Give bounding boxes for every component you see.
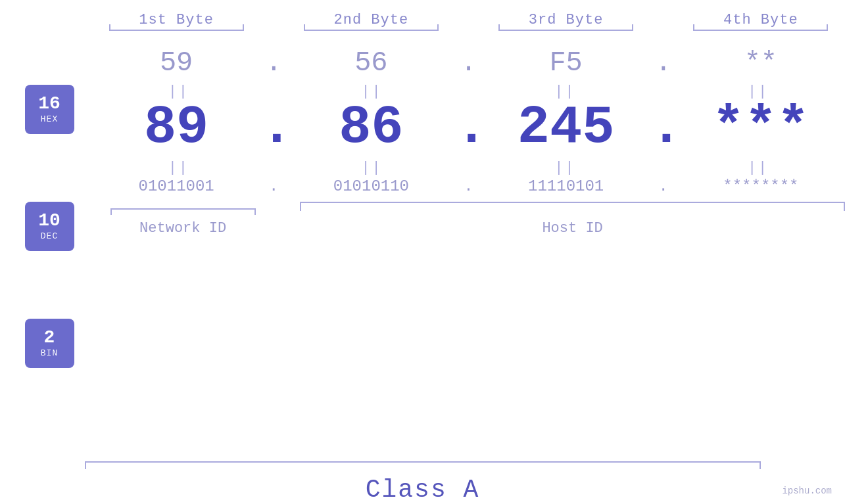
- byte4-header: 4th Byte: [677, 12, 845, 28]
- byte-headers: 1st Byte 2nd Byte 3rd Byte 4th Byte: [0, 0, 845, 28]
- hex-badge-label: HEX: [41, 114, 58, 124]
- dec-dot-3: .: [650, 101, 677, 155]
- byte1-header: 1st Byte: [92, 12, 260, 28]
- eq-row-2: || || || ||: [92, 160, 845, 176]
- bin-dot-1: .: [260, 177, 287, 195]
- bin-dot-3: .: [650, 177, 677, 195]
- network-id-label: Network ID: [92, 220, 274, 237]
- dec-dot-1: .: [260, 101, 287, 155]
- hex-dot-3: .: [650, 47, 677, 79]
- byte2-header: 2nd Byte: [287, 12, 455, 28]
- network-bracket: [110, 208, 256, 210]
- bin-val-2: 01010110: [287, 177, 455, 195]
- dec-dot-2: .: [456, 101, 482, 155]
- hex-dot-1: .: [260, 47, 287, 79]
- hex-badge: 16 HEX: [25, 85, 74, 134]
- hex-val-4: **: [677, 47, 845, 79]
- dec-val-3: 245: [482, 101, 650, 155]
- dec-val-1: 89: [92, 101, 260, 155]
- bin-badge-label: BIN: [41, 348, 58, 358]
- eq-7: ||: [479, 160, 652, 176]
- hex-val-1: 59: [92, 47, 260, 79]
- eq-5: ||: [92, 160, 266, 176]
- footer: ipshu.com: [782, 486, 832, 496]
- host-id-label: Host ID: [300, 220, 845, 237]
- class-section: Class A: [0, 461, 845, 504]
- bin-val-4: ********: [677, 177, 845, 195]
- badges-column: 16 HEX 10 DEC 2 BIN: [0, 37, 92, 455]
- eq-6: ||: [285, 160, 459, 176]
- main-container: 1st Byte 2nd Byte 3rd Byte 4th Byte: [0, 0, 845, 504]
- dec-badge: 10 DEC: [25, 202, 74, 251]
- hex-row: 59 . 56 . F5 . **: [92, 47, 845, 79]
- footer-text: ipshu.com: [782, 486, 832, 496]
- bin-badge: 2 BIN: [25, 319, 74, 368]
- hex-val-2: 56: [287, 47, 455, 79]
- class-bracket: [85, 461, 761, 469]
- dec-badge-label: DEC: [41, 231, 58, 241]
- dec-badge-num: 10: [38, 212, 60, 230]
- bin-val-1: 01011001: [92, 177, 260, 195]
- class-label: Class A: [366, 476, 480, 504]
- dec-row: 89 . 86 . 245 . ***: [92, 101, 845, 155]
- dec-val-2: 86: [287, 101, 455, 155]
- dec-val-4: ***: [677, 101, 845, 155]
- eq-8: ||: [671, 160, 845, 176]
- id-labels: Network ID Host ID: [92, 220, 845, 237]
- hex-val-3: F5: [482, 47, 650, 79]
- bin-row: 01011001 . 01010110 . 11110101 . *******…: [92, 177, 845, 195]
- hex-dot-2: .: [456, 47, 482, 79]
- main-grid: 16 HEX 10 DEC 2 BIN 59 . 56 . F5 . **: [0, 37, 845, 455]
- bin-badge-num: 2: [44, 329, 55, 347]
- byte3-header: 3rd Byte: [482, 12, 650, 28]
- hex-badge-num: 16: [38, 95, 60, 113]
- bytes-content: 59 . 56 . F5 . ** || || || || 89: [92, 37, 845, 455]
- bin-dot-2: .: [456, 177, 482, 195]
- bin-val-3: 11110101: [482, 177, 650, 195]
